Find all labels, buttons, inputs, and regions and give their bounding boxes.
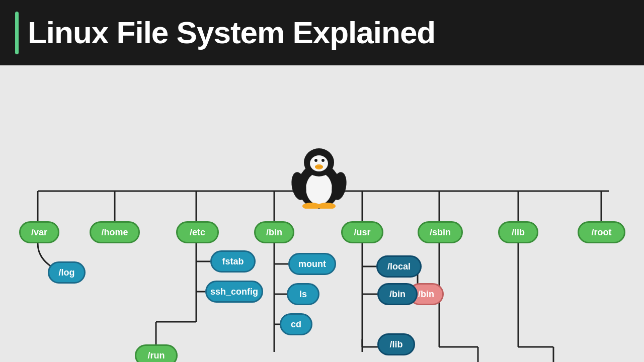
page-title: Linux File System Explained xyxy=(28,17,435,48)
node-ls: ls xyxy=(287,283,319,305)
node-var: /var xyxy=(19,221,59,243)
node-usr-bin: /bin xyxy=(377,283,418,305)
node-etc: /etc xyxy=(176,221,219,243)
node-lib: /lib xyxy=(498,221,538,243)
header: Linux File System Explained xyxy=(0,0,644,65)
node-home: /home xyxy=(90,221,140,243)
svg-point-38 xyxy=(314,159,317,162)
node-mount: mount xyxy=(288,253,336,275)
svg-point-39 xyxy=(321,159,325,162)
node-fstab: fstab xyxy=(210,250,256,273)
header-accent-bar xyxy=(15,12,19,54)
node-usr-lib: /lib xyxy=(377,333,415,355)
node-sbin: /sbin xyxy=(418,221,463,243)
node-bin: /bin xyxy=(254,221,294,243)
svg-point-33 xyxy=(306,172,332,205)
node-usr: /usr xyxy=(341,221,383,243)
node-root: /root xyxy=(578,221,625,243)
node-cd: cd xyxy=(280,313,312,335)
main-content: /var /home /etc /bin /usr /sbin /lib /ro… xyxy=(0,65,644,362)
node-ssh-config: ssh_config xyxy=(205,281,263,303)
node-run: /run xyxy=(135,344,178,362)
node-log: /log xyxy=(48,261,86,284)
node-usr-local: /local xyxy=(376,255,422,278)
tux-penguin xyxy=(289,143,349,209)
